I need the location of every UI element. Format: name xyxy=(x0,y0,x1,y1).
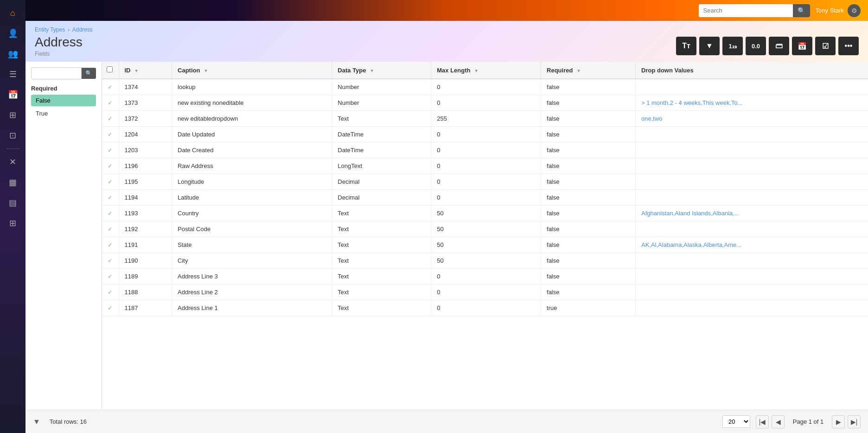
cell-caption: Address Line 1 xyxy=(172,300,332,316)
filter-item-true[interactable]: True xyxy=(31,108,96,119)
cell-id: 1192 xyxy=(119,221,172,237)
page-title: Address xyxy=(35,35,83,50)
row-checkbox-cell: ✓ xyxy=(102,174,119,190)
col-required[interactable]: Required ▼ xyxy=(541,62,636,79)
filter-item-false[interactable]: False xyxy=(31,95,96,106)
text-format-button[interactable]: Tт xyxy=(676,37,696,55)
row-checkbox-cell: ✓ xyxy=(102,190,119,206)
row-checkbox-cell: ✓ xyxy=(102,284,119,300)
table-row: ✓ 1191 State Text 50 false AK,Al,Alabama… xyxy=(102,237,868,253)
sidebar-icon-grid[interactable]: ⊞ xyxy=(4,106,22,124)
prev-page-button[interactable]: ◀ xyxy=(772,415,785,428)
col-required-sort-icon: ▼ xyxy=(576,68,581,73)
cell-dropdown-values xyxy=(636,190,868,206)
sidebar-icon-table2[interactable]: ▤ xyxy=(4,194,22,212)
next-page-button[interactable]: ▶ xyxy=(832,415,845,428)
check-icon: ✓ xyxy=(108,147,113,154)
col-select-all[interactable] xyxy=(102,62,119,79)
cell-caption: Address Line 2 xyxy=(172,284,332,300)
table-row: ✓ 1188 Address Line 2 Text 0 false xyxy=(102,284,868,300)
cell-max-length: 0 xyxy=(431,174,541,190)
sidebar-icon-apps[interactable]: ⊞ xyxy=(4,214,22,233)
cell-id: 1187 xyxy=(119,300,172,316)
last-page-button[interactable]: ▶| xyxy=(848,415,861,428)
col-max-length-sort-icon: ▼ xyxy=(474,68,479,73)
breadcrumb-separator: › xyxy=(68,27,70,32)
page-size-select[interactable]: 20 10 50 100 xyxy=(722,415,750,428)
sidebar-divider xyxy=(6,149,20,149)
cell-data-type: DateTime xyxy=(332,127,431,142)
cell-required: false xyxy=(541,221,636,237)
cell-dropdown-values: AK,Al,Alabama,Alaska,Alberta,Ame... xyxy=(636,237,868,253)
cell-id: 1194 xyxy=(119,190,172,206)
col-caption[interactable]: Caption ▼ xyxy=(172,62,332,79)
cell-max-length: 50 xyxy=(431,253,541,269)
row-checkbox-cell: ✓ xyxy=(102,111,119,127)
row-checkbox-cell: ✓ xyxy=(102,300,119,316)
col-dropdown-values[interactable]: Drop down Values xyxy=(636,62,868,79)
cell-dropdown-values xyxy=(636,142,868,158)
col-id[interactable]: ID ▼ xyxy=(119,62,172,79)
check-icon: ✓ xyxy=(108,115,113,122)
cell-max-length: 0 xyxy=(431,95,541,111)
cell-data-type: Number xyxy=(332,95,431,111)
cell-dropdown-values xyxy=(636,174,868,190)
table-row: ✓ 1187 Address Line 1 Text 0 true xyxy=(102,300,868,316)
cell-id: 1193 xyxy=(119,206,172,221)
cell-required: false xyxy=(541,237,636,253)
sidebar-icon-group[interactable]: 👥 xyxy=(4,45,22,63)
cell-data-type: Number xyxy=(332,79,431,95)
row-checkbox-cell: ✓ xyxy=(102,95,119,111)
select-all-checkbox[interactable] xyxy=(107,66,113,72)
filter-search-button[interactable]: 🔍 xyxy=(82,68,96,79)
footer-filter-icon[interactable]: ▼ xyxy=(33,418,40,426)
calendar-button[interactable]: 📅 xyxy=(792,37,812,55)
col-max-length[interactable]: Max Length ▼ xyxy=(431,62,541,79)
cell-required: false xyxy=(541,284,636,300)
cell-max-length: 0 xyxy=(431,142,541,158)
cell-required: false xyxy=(541,127,636,142)
cell-required: false xyxy=(541,95,636,111)
cell-caption: City xyxy=(172,253,332,269)
filter-label: Required xyxy=(31,85,96,92)
filter-search-input[interactable] xyxy=(31,67,82,79)
checkbox-button[interactable]: ☑ xyxy=(815,37,836,55)
sidebar-icon-home[interactable]: ⌂ xyxy=(4,4,22,22)
sidebar-icon-calendar[interactable]: 📅 xyxy=(4,85,22,104)
table-row: ✓ 1189 Address Line 3 Text 0 false xyxy=(102,269,868,284)
table-button[interactable]: 🗃 xyxy=(769,37,789,55)
sidebar-icon-close[interactable]: ✕ xyxy=(4,153,22,171)
dropdown-button[interactable]: ▼ xyxy=(699,37,720,55)
sidebar: ⌂ 👤 👥 ☰ 📅 ⊞ ⊡ ✕ ▦ ▤ ⊞ xyxy=(0,0,26,433)
filter-table-area: 🔍 Required False True ID xyxy=(26,62,868,410)
decimal-button[interactable]: 0.0 xyxy=(746,37,766,55)
check-icon: ✓ xyxy=(108,210,113,217)
cell-id: 1373 xyxy=(119,95,172,111)
top-header: 🔍 Tony Stark ⚙ xyxy=(26,0,868,21)
more-button[interactable]: ••• xyxy=(838,37,859,55)
sidebar-icon-table[interactable]: ▦ xyxy=(4,173,22,192)
cell-max-length: 50 xyxy=(431,221,541,237)
first-page-button[interactable]: |◀ xyxy=(756,415,769,428)
cell-max-length: 255 xyxy=(431,111,541,127)
table-header-row: ID ▼ Caption ▼ Data Type ▼ xyxy=(102,62,868,79)
sidebar-icon-person[interactable]: 👤 xyxy=(4,24,22,43)
cell-max-length: 0 xyxy=(431,79,541,95)
row-checkbox-cell: ✓ xyxy=(102,79,119,95)
sidebar-icon-list[interactable]: ☰ xyxy=(4,65,22,84)
cell-caption: Country xyxy=(172,206,332,221)
breadcrumb: Entity Types › Address xyxy=(35,26,859,33)
table-row: ✓ 1373 new existing noneditable Number 0… xyxy=(102,95,868,111)
cell-required: false xyxy=(541,253,636,269)
number-button[interactable]: 1₂₃ xyxy=(722,37,743,55)
search-input[interactable] xyxy=(699,4,793,17)
cell-required: false xyxy=(541,158,636,174)
avatar: ⚙ xyxy=(848,4,861,17)
col-data-type[interactable]: Data Type ▼ xyxy=(332,62,431,79)
cell-id: 1191 xyxy=(119,237,172,253)
breadcrumb-address[interactable]: Address xyxy=(72,26,93,33)
table-container: ID ▼ Caption ▼ Data Type ▼ xyxy=(102,62,868,410)
search-button[interactable]: 🔍 xyxy=(793,4,810,17)
sidebar-icon-grid2[interactable]: ⊡ xyxy=(4,126,22,145)
breadcrumb-entity-types[interactable]: Entity Types xyxy=(35,26,65,33)
